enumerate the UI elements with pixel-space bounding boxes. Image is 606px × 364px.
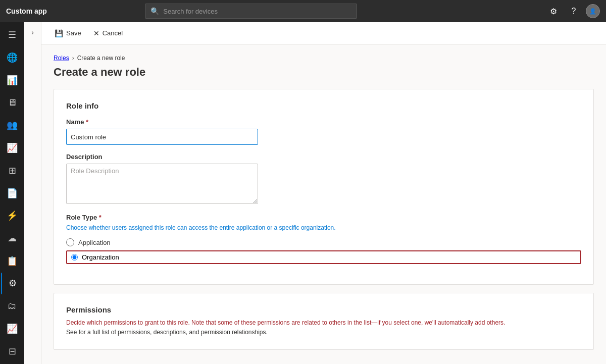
settings-button[interactable]: ⚙ <box>545 3 562 19</box>
sidebar-item-reports[interactable]: 📈 <box>1 318 23 340</box>
groups-icon: 👥 <box>7 120 18 131</box>
organization-radio[interactable] <box>71 254 78 261</box>
name-form-group: Name * <box>66 118 581 145</box>
role-type-required-star: * <box>99 214 102 221</box>
toolbar: 💾 Save ✕ Cancel <box>41 22 606 44</box>
description-label: Description <box>66 153 581 161</box>
sidebar-item-settings[interactable]: ⚙ <box>1 273 23 294</box>
name-required-star: * <box>86 118 88 126</box>
avatar-initials: 👤 <box>589 8 596 15</box>
search-bar[interactable]: 🔍 <box>145 4 357 19</box>
cancel-label: Cancel <box>103 29 123 37</box>
sidebar-item-list[interactable]: 📋 <box>1 250 23 272</box>
sidebar-item-automation[interactable]: ⚡ <box>1 205 23 227</box>
grid-icon: ⊞ <box>9 165 16 176</box>
sidebar-item-dashboard[interactable]: 🗂 <box>1 295 23 317</box>
sidebar-item-menu[interactable]: ☰ <box>1 24 23 46</box>
devices-icon: 🖥 <box>8 97 17 108</box>
description-form-group: Description <box>66 153 581 205</box>
application-radio[interactable] <box>66 238 74 246</box>
role-info-card: Role info Name * Description <box>54 89 594 285</box>
app-title: Custom app <box>6 7 47 15</box>
cancel-button[interactable]: ✕ Cancel <box>88 26 128 40</box>
name-input[interactable] <box>66 129 258 145</box>
sidebar-item-grid2[interactable]: ⊟ <box>1 340 23 362</box>
permissions-desc-line2: See for a full list of permissions, desc… <box>66 329 268 336</box>
breadcrumb-current: Create a new role <box>77 55 125 62</box>
search-icon: 🔍 <box>150 7 159 15</box>
sidebar-item-file[interactable]: 📄 <box>1 182 23 204</box>
sidebar-item-graph[interactable]: 📈 <box>1 137 23 159</box>
sidebar-item-analytics[interactable]: 📊 <box>1 69 23 91</box>
analytics-icon: 📊 <box>7 75 18 86</box>
cloud-icon: ☁ <box>8 233 17 244</box>
sidebar-item-groups[interactable]: 👥 <box>1 115 23 136</box>
search-input[interactable] <box>163 8 351 15</box>
permissions-desc-line1: Decide which permissions to grant to thi… <box>66 319 505 326</box>
help-button[interactable]: ? <box>566 3 582 19</box>
content-area: 💾 Save ✕ Cancel Roles › Create a new rol… <box>41 22 606 364</box>
cancel-icon: ✕ <box>93 29 99 37</box>
sidebar-narrow: ☰ 🌐 📊 🖥 👥 📈 ⊞ 📄 ⚡ ☁ 📋 <box>0 22 24 364</box>
breadcrumb-parent[interactable]: Roles <box>54 55 69 62</box>
list-icon: 📋 <box>7 255 18 267</box>
organization-radio-label[interactable]: Organization <box>82 253 119 261</box>
permissions-section-title: Permissions <box>66 305 581 314</box>
save-icon: 💾 <box>55 29 63 37</box>
role-type-label: Role Type * <box>66 214 581 221</box>
permissions-description: Decide which permissions to grant to thi… <box>66 318 581 337</box>
main-layout: ☰ 🌐 📊 🖥 👥 📈 ⊞ 📄 ⚡ ☁ 📋 <box>0 22 606 364</box>
save-label: Save <box>66 29 81 37</box>
automation-icon: ⚡ <box>7 210 18 221</box>
breadcrumb-separator: › <box>72 55 74 62</box>
page-content: Roles › Create a new role Create a new r… <box>41 44 606 364</box>
dashboard-icon: 🗂 <box>8 301 17 311</box>
file-icon: 📄 <box>7 188 18 199</box>
description-textarea[interactable] <box>66 164 258 204</box>
topbar-icons: ⚙ ? 👤 <box>545 3 600 19</box>
sidebar-item-cloud[interactable]: ☁ <box>1 228 23 249</box>
graph-icon: 📈 <box>7 142 18 153</box>
radio-item-application: Application <box>66 238 581 246</box>
role-type-form-group: Role Type * Choose whether users assigne… <box>66 214 581 264</box>
topbar: Custom app 🔍 ⚙ ? 👤 <box>0 0 606 22</box>
save-button[interactable]: 💾 Save <box>49 26 86 40</box>
sidebar-expand-area: › <box>24 22 41 364</box>
permissions-card: Permissions Decide which permissions to … <box>54 293 594 350</box>
role-type-description: Choose whether users assigned this role … <box>66 223 581 232</box>
application-radio-label[interactable]: Application <box>78 239 111 246</box>
grid2-icon: ⊟ <box>9 346 16 357</box>
avatar[interactable]: 👤 <box>586 4 600 18</box>
menu-icon: ☰ <box>8 29 16 40</box>
sidebar-item-globe[interactable]: 🌐 <box>1 47 23 69</box>
role-info-section-title: Role info <box>66 101 581 110</box>
organization-radio-wrapper: Organization <box>66 250 581 264</box>
globe-icon: 🌐 <box>7 52 18 63</box>
sidebar-item-devices[interactable]: 🖥 <box>1 92 23 114</box>
breadcrumb: Roles › Create a new role <box>54 55 594 62</box>
name-label: Name * <box>66 118 581 126</box>
expand-sidebar-button[interactable]: › <box>29 26 36 38</box>
radio-group: Application Organization <box>66 238 581 264</box>
sidebar-item-grid[interactable]: ⊞ <box>1 160 23 181</box>
settings-nav-icon: ⚙ <box>9 278 17 289</box>
reports-icon: 📈 <box>7 323 18 334</box>
page-title: Create a new role <box>54 66 594 79</box>
